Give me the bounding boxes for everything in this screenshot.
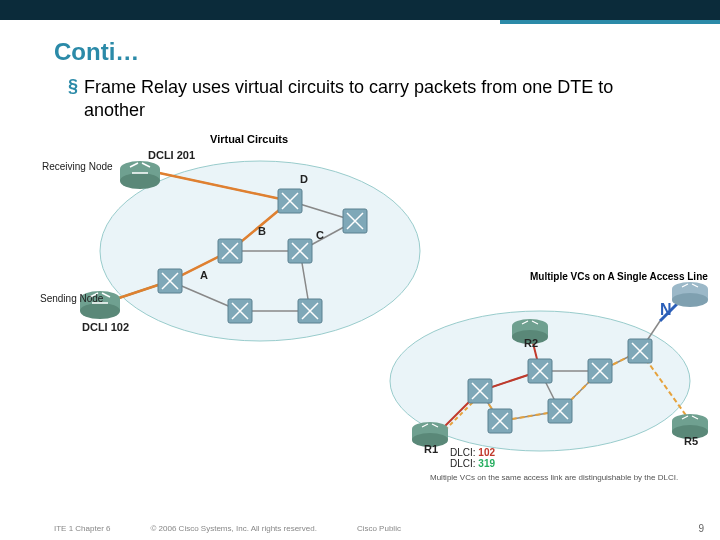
svg-line-5 bbox=[290, 201, 355, 221]
footer-chapter: ITE 1 Chapter 6 bbox=[54, 524, 110, 533]
svg-line-7 bbox=[300, 221, 355, 251]
label-R2: R2 bbox=[524, 337, 538, 349]
svg-line-32 bbox=[500, 411, 560, 421]
svg-line-26 bbox=[440, 395, 480, 435]
svg-rect-40 bbox=[488, 409, 512, 433]
svg-rect-12 bbox=[158, 269, 182, 293]
svg-point-0 bbox=[100, 161, 420, 341]
svg-point-1 bbox=[390, 311, 690, 451]
svg-rect-16 bbox=[343, 209, 367, 233]
footer-classification: Cisco Public bbox=[357, 524, 401, 533]
svg-rect-18 bbox=[298, 299, 322, 323]
svg-line-2 bbox=[110, 281, 170, 301]
label-R5: R5 bbox=[684, 435, 698, 447]
top-bar bbox=[0, 0, 720, 20]
svg-line-25 bbox=[440, 391, 480, 431]
svg-point-24 bbox=[120, 173, 160, 189]
caption-virtual-circuits: Virtual Circuits bbox=[210, 133, 288, 145]
label-B: B bbox=[258, 225, 266, 237]
label-sending-node: Sending Node bbox=[40, 293, 103, 304]
label-D: D bbox=[300, 173, 308, 185]
svg-point-48 bbox=[672, 414, 708, 428]
svg-rect-43 bbox=[412, 429, 448, 440]
label-R1: R1 bbox=[424, 443, 438, 455]
svg-rect-23 bbox=[120, 169, 160, 181]
dlci-label-1: DLCI: bbox=[450, 447, 476, 458]
label-receiving-node: Receiving Node bbox=[42, 161, 113, 172]
bullet-text: Frame Relay uses virtual circuits to car… bbox=[84, 76, 660, 121]
label-A: A bbox=[200, 269, 208, 281]
label-dlci-102: DCLI 102 bbox=[82, 321, 129, 333]
svg-line-30 bbox=[560, 371, 600, 411]
diagram-area: Virtual Circuits Receiving Node Sending … bbox=[0, 121, 720, 481]
svg-rect-17 bbox=[228, 299, 252, 323]
svg-line-33 bbox=[600, 351, 640, 371]
diagram2-footnote: Multiple VCs on the same access link are… bbox=[430, 473, 678, 482]
svg-rect-13 bbox=[218, 239, 242, 263]
svg-point-53 bbox=[672, 293, 708, 307]
footer-page: 9 bbox=[698, 523, 704, 534]
svg-rect-15 bbox=[288, 239, 312, 263]
svg-rect-52 bbox=[672, 289, 708, 300]
svg-point-22 bbox=[120, 161, 160, 177]
bullet-row: § Frame Relay uses virtual circuits to c… bbox=[0, 76, 720, 121]
footer-copyright: © 2006 Cisco Systems, Inc. All rights re… bbox=[150, 524, 316, 533]
svg-line-11 bbox=[150, 171, 290, 201]
svg-rect-41 bbox=[628, 339, 652, 363]
accent-N: N bbox=[660, 301, 672, 319]
svg-line-34 bbox=[640, 321, 660, 351]
svg-line-29 bbox=[540, 371, 560, 411]
svg-line-8 bbox=[170, 281, 240, 311]
caption-multiple-vcs: Multiple VCs on A Single Access Line bbox=[530, 271, 708, 282]
dlci-value-319: 319 bbox=[478, 458, 495, 469]
network-svg bbox=[0, 121, 720, 481]
svg-line-27 bbox=[480, 371, 540, 391]
svg-line-31 bbox=[480, 391, 500, 421]
svg-point-42 bbox=[412, 422, 448, 436]
svg-rect-46 bbox=[512, 326, 548, 337]
svg-line-10 bbox=[300, 251, 310, 311]
label-dlci-201: DCLI 201 bbox=[148, 149, 195, 161]
svg-rect-14 bbox=[278, 189, 302, 213]
bullet-marker: § bbox=[68, 76, 78, 98]
svg-rect-39 bbox=[548, 399, 572, 423]
svg-rect-49 bbox=[672, 421, 708, 432]
dlci-value-102: 102 bbox=[478, 447, 495, 458]
svg-rect-36 bbox=[468, 379, 492, 403]
slide-title: Conti… bbox=[0, 24, 720, 76]
svg-rect-37 bbox=[528, 359, 552, 383]
dlci-block: DLCI: 102 DLCI: 319 bbox=[450, 447, 495, 469]
svg-rect-38 bbox=[588, 359, 612, 383]
svg-point-51 bbox=[672, 282, 708, 296]
dlci-label-2: DLCI: bbox=[450, 458, 476, 469]
svg-point-21 bbox=[80, 303, 120, 319]
svg-point-45 bbox=[512, 319, 548, 333]
label-C: C bbox=[316, 229, 324, 241]
footer: ITE 1 Chapter 6 © 2006 Cisco Systems, In… bbox=[0, 523, 720, 534]
